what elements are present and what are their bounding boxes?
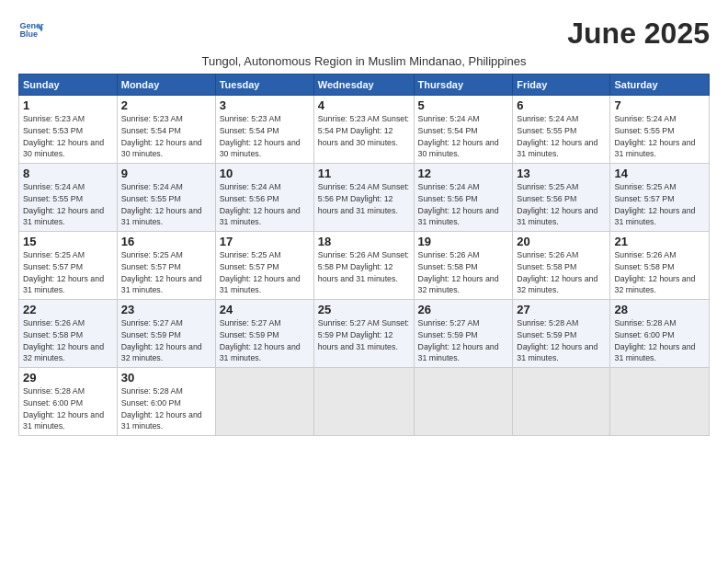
- day-number: 22: [23, 303, 113, 316]
- day-info: Sunrise: 5:24 AM Sunset: 5:56 PM Dayligh…: [418, 181, 509, 228]
- day-info: Sunrise: 5:24 AM Sunset: 5:55 PM Dayligh…: [23, 181, 113, 228]
- table-row: 4Sunrise: 5:23 AM Sunset: 5:54 PM Daylig…: [313, 96, 414, 164]
- day-number: 4: [318, 98, 410, 112]
- table-row: 22Sunrise: 5:26 AM Sunset: 5:58 PM Dayli…: [19, 300, 118, 368]
- table-row: 24Sunrise: 5:27 AM Sunset: 5:59 PM Dayli…: [215, 300, 313, 368]
- header-thursday: Thursday: [414, 75, 513, 96]
- day-info: Sunrise: 5:24 AM Sunset: 5:55 PM Dayligh…: [121, 181, 211, 228]
- table-row: 29Sunrise: 5:28 AM Sunset: 6:00 PM Dayli…: [19, 368, 118, 436]
- day-info: Sunrise: 5:28 AM Sunset: 6:00 PM Dayligh…: [23, 385, 113, 432]
- month-title: June 2025: [567, 17, 710, 51]
- table-row: 17Sunrise: 5:25 AM Sunset: 5:57 PM Dayli…: [215, 232, 313, 300]
- svg-text:Blue: Blue: [19, 29, 38, 39]
- table-row: 1Sunrise: 5:23 AM Sunset: 5:53 PM Daylig…: [19, 96, 118, 164]
- day-number: 23: [121, 303, 211, 316]
- day-number: 19: [418, 235, 509, 248]
- day-number: 27: [517, 303, 606, 316]
- header-row: General Blue June 2025: [18, 17, 710, 51]
- day-number: 25: [318, 303, 410, 316]
- table-row: [215, 368, 313, 436]
- table-row: 23Sunrise: 5:27 AM Sunset: 5:59 PM Dayli…: [117, 300, 215, 368]
- day-info: Sunrise: 5:24 AM Sunset: 5:55 PM Dayligh…: [517, 113, 606, 160]
- header-tuesday: Tuesday: [215, 75, 313, 96]
- calendar-table: Sunday Monday Tuesday Wednesday Thursday…: [18, 74, 710, 436]
- table-row: 30Sunrise: 5:28 AM Sunset: 6:00 PM Dayli…: [117, 368, 215, 436]
- day-number: 29: [23, 371, 113, 385]
- logo-icon: General Blue: [18, 17, 44, 42]
- calendar-row: 1Sunrise: 5:23 AM Sunset: 5:53 PM Daylig…: [19, 96, 710, 164]
- table-row: 18Sunrise: 5:26 AM Sunset: 5:58 PM Dayli…: [313, 232, 414, 300]
- table-row: 25Sunrise: 5:27 AM Sunset: 5:59 PM Dayli…: [313, 300, 414, 368]
- calendar-page: General Blue June 2025 Tungol, Autonomou…: [0, 0, 728, 445]
- day-info: Sunrise: 5:25 AM Sunset: 5:57 PM Dayligh…: [23, 249, 113, 296]
- table-row: 5Sunrise: 5:24 AM Sunset: 5:54 PM Daylig…: [414, 96, 513, 164]
- day-info: Sunrise: 5:26 AM Sunset: 5:58 PM Dayligh…: [614, 249, 705, 296]
- day-info: Sunrise: 5:28 AM Sunset: 6:00 PM Dayligh…: [614, 317, 705, 364]
- table-row: 15Sunrise: 5:25 AM Sunset: 5:57 PM Dayli…: [19, 232, 118, 300]
- day-info: Sunrise: 5:23 AM Sunset: 5:54 PM Dayligh…: [121, 113, 211, 160]
- table-row: 28Sunrise: 5:28 AM Sunset: 6:00 PM Dayli…: [610, 300, 710, 368]
- day-number: 26: [418, 303, 509, 316]
- day-number: 8: [23, 167, 113, 180]
- day-number: 10: [220, 167, 310, 180]
- table-row: 7Sunrise: 5:24 AM Sunset: 5:55 PM Daylig…: [610, 96, 710, 164]
- day-info: Sunrise: 5:27 AM Sunset: 5:59 PM Dayligh…: [318, 317, 410, 352]
- table-row: 13Sunrise: 5:25 AM Sunset: 5:56 PM Dayli…: [513, 164, 610, 232]
- logo: General Blue: [18, 17, 44, 42]
- header-wednesday: Wednesday: [313, 75, 414, 96]
- day-info: Sunrise: 5:27 AM Sunset: 5:59 PM Dayligh…: [418, 317, 509, 364]
- table-row: [313, 368, 414, 436]
- day-info: Sunrise: 5:25 AM Sunset: 5:57 PM Dayligh…: [121, 249, 211, 296]
- header-monday: Monday: [117, 75, 215, 96]
- day-number: 18: [318, 235, 410, 248]
- day-info: Sunrise: 5:25 AM Sunset: 5:57 PM Dayligh…: [614, 181, 705, 228]
- calendar-row: 15Sunrise: 5:25 AM Sunset: 5:57 PM Dayli…: [19, 232, 710, 300]
- day-number: 2: [121, 98, 211, 112]
- day-info: Sunrise: 5:26 AM Sunset: 5:58 PM Dayligh…: [318, 249, 410, 284]
- day-number: 11: [318, 167, 410, 180]
- day-number: 7: [614, 98, 705, 112]
- day-number: 14: [614, 167, 705, 180]
- table-row: 14Sunrise: 5:25 AM Sunset: 5:57 PM Dayli…: [610, 164, 710, 232]
- calendar-row: 8Sunrise: 5:24 AM Sunset: 5:55 PM Daylig…: [19, 164, 710, 232]
- day-number: 17: [220, 235, 310, 248]
- subtitle: Tungol, Autonomous Region in Muslim Mind…: [18, 54, 710, 68]
- table-row: 3Sunrise: 5:23 AM Sunset: 5:54 PM Daylig…: [215, 96, 313, 164]
- header-sunday: Sunday: [19, 75, 118, 96]
- day-info: Sunrise: 5:27 AM Sunset: 5:59 PM Dayligh…: [121, 317, 211, 364]
- day-number: 20: [517, 235, 606, 248]
- day-info: Sunrise: 5:24 AM Sunset: 5:56 PM Dayligh…: [318, 181, 410, 216]
- day-number: 15: [23, 235, 113, 248]
- calendar-row: 29Sunrise: 5:28 AM Sunset: 6:00 PM Dayli…: [19, 368, 710, 436]
- day-info: Sunrise: 5:26 AM Sunset: 5:58 PM Dayligh…: [418, 249, 509, 296]
- day-number: 6: [517, 98, 606, 112]
- day-number: 24: [220, 303, 310, 316]
- day-info: Sunrise: 5:28 AM Sunset: 5:59 PM Dayligh…: [517, 317, 606, 364]
- day-number: 30: [121, 371, 211, 385]
- table-row: 16Sunrise: 5:25 AM Sunset: 5:57 PM Dayli…: [117, 232, 215, 300]
- day-info: Sunrise: 5:26 AM Sunset: 5:58 PM Dayligh…: [23, 317, 113, 364]
- table-row: 8Sunrise: 5:24 AM Sunset: 5:55 PM Daylig…: [19, 164, 118, 232]
- table-row: 27Sunrise: 5:28 AM Sunset: 5:59 PM Dayli…: [513, 300, 610, 368]
- day-info: Sunrise: 5:24 AM Sunset: 5:56 PM Dayligh…: [220, 181, 310, 228]
- day-number: 16: [121, 235, 211, 248]
- header-saturday: Saturday: [610, 75, 710, 96]
- day-number: 5: [418, 98, 509, 112]
- day-number: 12: [418, 167, 509, 180]
- table-row: 12Sunrise: 5:24 AM Sunset: 5:56 PM Dayli…: [414, 164, 513, 232]
- table-row: 26Sunrise: 5:27 AM Sunset: 5:59 PM Dayli…: [414, 300, 513, 368]
- table-row: [513, 368, 610, 436]
- table-row: 6Sunrise: 5:24 AM Sunset: 5:55 PM Daylig…: [513, 96, 610, 164]
- day-info: Sunrise: 5:23 AM Sunset: 5:54 PM Dayligh…: [318, 113, 410, 148]
- calendar-row: 22Sunrise: 5:26 AM Sunset: 5:58 PM Dayli…: [19, 300, 710, 368]
- day-number: 1: [23, 98, 113, 112]
- day-info: Sunrise: 5:26 AM Sunset: 5:58 PM Dayligh…: [517, 249, 606, 296]
- day-info: Sunrise: 5:27 AM Sunset: 5:59 PM Dayligh…: [220, 317, 310, 364]
- day-number: 21: [614, 235, 705, 248]
- table-row: 2Sunrise: 5:23 AM Sunset: 5:54 PM Daylig…: [117, 96, 215, 164]
- table-row: 19Sunrise: 5:26 AM Sunset: 5:58 PM Dayli…: [414, 232, 513, 300]
- day-info: Sunrise: 5:24 AM Sunset: 5:55 PM Dayligh…: [614, 113, 705, 160]
- header-row: Sunday Monday Tuesday Wednesday Thursday…: [19, 75, 710, 96]
- day-number: 3: [220, 98, 310, 112]
- table-row: [610, 368, 710, 436]
